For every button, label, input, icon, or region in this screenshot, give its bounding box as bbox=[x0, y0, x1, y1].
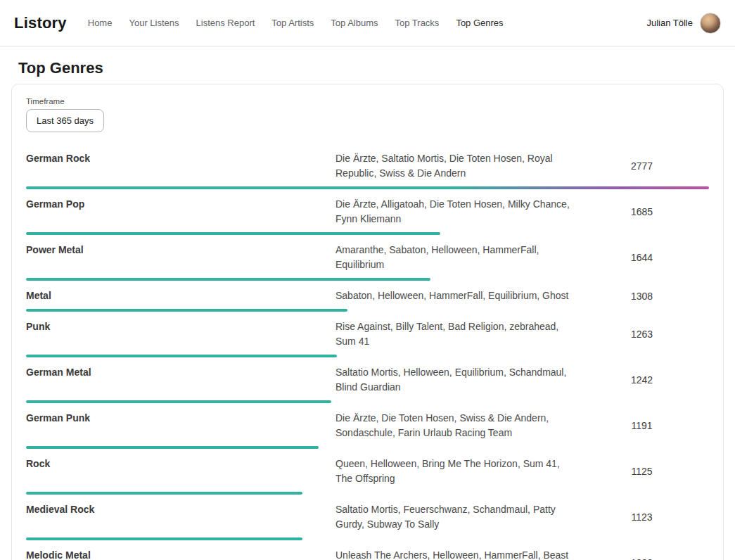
genre-name: German Punk bbox=[26, 411, 335, 424]
table-row: German PopDie Ärzte, Alligatoah, Die Tot… bbox=[26, 189, 709, 235]
nav-item-top-genres[interactable]: Top Genres bbox=[456, 18, 503, 28]
genres-card: Timeframe Last 365 days German RockDie Ä… bbox=[11, 84, 724, 560]
page-title: Top Genres bbox=[18, 59, 735, 77]
genre-name: German Pop bbox=[26, 197, 335, 210]
row-main: Melodic MetalUnleash The Archers, Hellow… bbox=[26, 548, 709, 560]
genre-count: 1263 bbox=[575, 329, 709, 340]
genre-artists: Queen, Helloween, Bring Me The Horizon, … bbox=[335, 457, 575, 486]
row-main: German MetalSaltatio Mortis, Helloween, … bbox=[26, 365, 709, 395]
genre-artists: Rise Against, Billy Talent, Bad Religion… bbox=[335, 319, 575, 349]
genre-name: Power Metal bbox=[26, 243, 335, 255]
row-main: German RockDie Ärzte, Saltatio Mortis, D… bbox=[26, 151, 709, 181]
nav-item-top-albums[interactable]: Top Albums bbox=[331, 18, 378, 28]
genre-count: 1125 bbox=[575, 466, 709, 477]
genre-name: Metal bbox=[26, 288, 335, 301]
genre-count: 1002 bbox=[575, 557, 709, 560]
genre-name: Medieval Rock bbox=[26, 502, 335, 515]
genre-artists: Sabaton, Helloween, HammerFall, Equilibr… bbox=[335, 288, 575, 303]
nav-item-home[interactable]: Home bbox=[88, 18, 113, 28]
genre-name: Rock bbox=[26, 457, 335, 469]
table-row: MetalSabaton, Helloween, HammerFall, Equ… bbox=[26, 281, 709, 312]
table-row: RockQueen, Helloween, Bring Me The Horiz… bbox=[26, 449, 709, 495]
timeframe-group: Timeframe Last 365 days bbox=[26, 97, 709, 132]
genre-count: 1242 bbox=[575, 374, 709, 386]
genre-artists: Die Ärzte, Die Toten Hosen, Swiss & Die … bbox=[335, 411, 575, 440]
row-main: MetalSabaton, Helloween, HammerFall, Equ… bbox=[26, 288, 709, 303]
genre-artists: Saltatio Mortis, Feuerschwanz, Schandmau… bbox=[335, 502, 575, 532]
genre-name: Punk bbox=[26, 319, 335, 332]
avatar[interactable] bbox=[700, 13, 721, 34]
row-main: PunkRise Against, Billy Talent, Bad Reli… bbox=[26, 319, 709, 349]
nav-item-your-listens[interactable]: Your Listens bbox=[129, 18, 179, 28]
row-main: German PunkDie Ärzte, Die Toten Hosen, S… bbox=[26, 411, 709, 440]
nav-menu: HomeYour ListensListens ReportTop Artist… bbox=[88, 18, 647, 28]
table-row: German PunkDie Ärzte, Die Toten Hosen, S… bbox=[26, 403, 709, 449]
genre-artists: Amaranthe, Sabaton, Helloween, HammerFal… bbox=[335, 243, 575, 272]
timeframe-label: Timeframe bbox=[26, 97, 709, 106]
row-main: Power MetalAmaranthe, Sabaton, Helloween… bbox=[26, 243, 709, 272]
genre-artists: Unleash The Archers, Helloween, HammerFa… bbox=[335, 548, 575, 560]
nav-item-listens-report[interactable]: Listens Report bbox=[196, 18, 255, 28]
genre-count: 2777 bbox=[575, 160, 709, 172]
table-row: PunkRise Against, Billy Talent, Bad Reli… bbox=[26, 312, 709, 357]
genre-table: German RockDie Ärzte, Saltatio Mortis, D… bbox=[26, 144, 709, 560]
genre-artists: Saltatio Mortis, Helloween, Equilibrium,… bbox=[335, 365, 575, 395]
genre-count: 1308 bbox=[575, 291, 709, 302]
genre-count: 1123 bbox=[575, 511, 709, 523]
table-row: German MetalSaltatio Mortis, Helloween, … bbox=[26, 357, 709, 403]
top-nav: Listory HomeYour ListensListens ReportTo… bbox=[0, 0, 735, 46]
genre-count: 1685 bbox=[575, 206, 709, 217]
genre-count: 1644 bbox=[575, 252, 709, 263]
genre-count: 1191 bbox=[575, 420, 709, 431]
genre-name: German Rock bbox=[26, 151, 335, 164]
row-main: German PopDie Ärzte, Alligatoah, Die Tot… bbox=[26, 197, 709, 227]
app-logo[interactable]: Listory bbox=[14, 14, 67, 32]
table-row: Melodic MetalUnleash The Archers, Hellow… bbox=[26, 540, 709, 560]
genre-name: Melodic Metal bbox=[26, 548, 335, 560]
table-row: German RockDie Ärzte, Saltatio Mortis, D… bbox=[26, 144, 709, 189]
nav-item-top-artists[interactable]: Top Artists bbox=[271, 18, 314, 28]
timeframe-select[interactable]: Last 365 days bbox=[26, 109, 104, 132]
user-area: Julian Tölle bbox=[646, 13, 721, 34]
nav-item-top-tracks[interactable]: Top Tracks bbox=[395, 18, 440, 28]
table-row: Power MetalAmaranthe, Sabaton, Helloween… bbox=[26, 235, 709, 281]
genre-artists: Die Ärzte, Saltatio Mortis, Die Toten Ho… bbox=[335, 151, 575, 181]
table-row: Medieval RockSaltatio Mortis, Feuerschwa… bbox=[26, 495, 709, 540]
genre-name: German Metal bbox=[26, 365, 335, 378]
user-name[interactable]: Julian Tölle bbox=[646, 18, 693, 28]
genre-artists: Die Ärzte, Alligatoah, Die Toten Hosen, … bbox=[335, 197, 575, 227]
row-main: Medieval RockSaltatio Mortis, Feuerschwa… bbox=[26, 502, 709, 532]
row-main: RockQueen, Helloween, Bring Me The Horiz… bbox=[26, 457, 709, 486]
